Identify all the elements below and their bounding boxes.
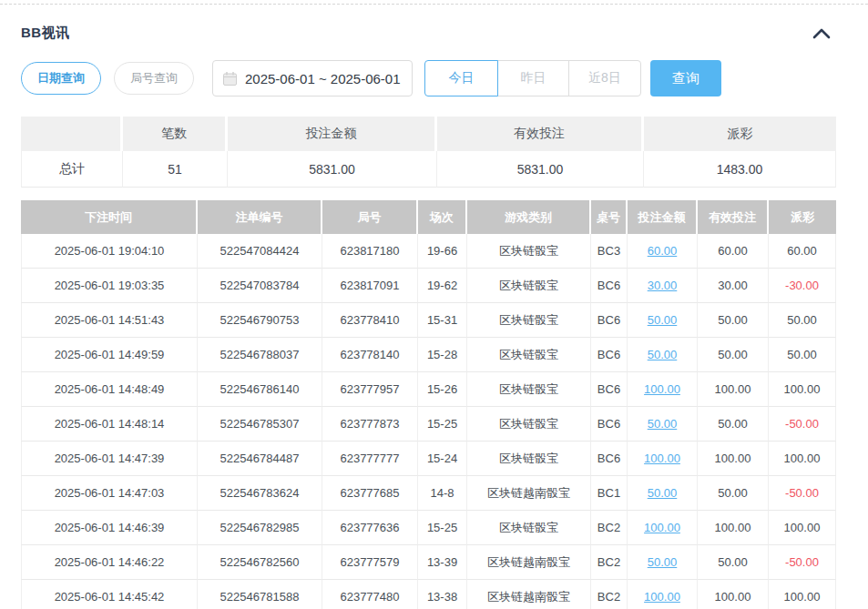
cell-valid-bet: 50.00: [698, 407, 769, 442]
yesterday-button[interactable]: 昨日: [497, 60, 569, 96]
cell-game-type: 区块链骰宝: [467, 269, 591, 303]
cell-bet-amount: 50.00: [628, 407, 698, 442]
bet-table-header-row: 下注时间 注单编号 局号 场次 游戏类别 桌号 投注金额 有效投注 派彩: [21, 200, 836, 234]
cell-table-no: BC6: [591, 303, 628, 338]
bet-amount-link[interactable]: 100.00: [644, 382, 680, 396]
cell-game-type: 区块链骰宝: [467, 407, 591, 442]
cell-session: 15-26: [418, 372, 467, 407]
cell-session: 19-62: [418, 269, 467, 303]
cell-payout: 100.00: [769, 372, 836, 407]
col-header-round-no: 局号: [322, 200, 418, 234]
bet-amount-link[interactable]: 60.00: [648, 244, 678, 258]
table-row: 2025-06-01 14:49:59 522546788037 6237781…: [21, 338, 836, 372]
cell-session: 15-25: [418, 511, 467, 545]
cell-round-no: 623777777: [322, 442, 418, 476]
bet-amount-link[interactable]: 50.00: [648, 417, 678, 431]
cell-valid-bet: 50.00: [698, 303, 769, 338]
summary-table: 笔数 投注金额 有效投注 派彩 总计 51 5831.00 5831.00 14…: [21, 117, 836, 188]
cell-valid-bet: 50.00: [698, 545, 769, 580]
cell-valid-bet: 100.00: [698, 580, 769, 609]
cell-valid-bet: 50.00: [698, 338, 769, 372]
bet-amount-link[interactable]: 100.00: [644, 590, 680, 604]
cell-round-no: 623817180: [322, 234, 418, 269]
collapse-chevron-up-icon[interactable]: [812, 26, 832, 41]
round-query-tab[interactable]: 局号查询: [114, 62, 194, 95]
cell-table-no: BC2: [591, 545, 628, 580]
cell-order-no: 522546785307: [198, 407, 322, 442]
cell-bet-amount: 60.00: [628, 234, 698, 269]
summary-total-bet-amount: 5831.00: [228, 151, 437, 188]
col-header-session: 场次: [418, 200, 467, 234]
summary-total-payout: 1483.00: [644, 151, 836, 188]
cell-order-no: 522547084424: [198, 234, 322, 269]
table-row: 2025-06-01 14:47:03 522546783624 6237776…: [21, 476, 836, 511]
calendar-icon: [222, 71, 238, 86]
cell-round-no: 623777685: [322, 476, 418, 511]
cell-session: 13-39: [418, 545, 467, 580]
cell-session: 19-66: [418, 234, 467, 269]
cell-valid-bet: 100.00: [698, 372, 769, 407]
cell-session: 15-24: [418, 442, 467, 476]
summary-total-count: 51: [123, 151, 228, 188]
bet-amount-link[interactable]: 50.00: [648, 348, 678, 361]
cell-table-no: BC6: [591, 442, 628, 476]
cell-game-type: 区块链越南骰宝: [467, 476, 591, 511]
table-row: 2025-06-01 19:03:35 522547083784 6238170…: [21, 269, 836, 303]
summary-header-payout: 派彩: [644, 117, 836, 151]
cell-round-no: 623778140: [322, 338, 418, 372]
cell-bet-amount: 100.00: [628, 511, 698, 545]
col-header-bet-time: 下注时间: [21, 200, 198, 234]
cell-round-no: 623817091: [322, 269, 418, 303]
today-button[interactable]: 今日: [424, 60, 498, 96]
table-row: 2025-06-01 14:45:42 522546781588 6237774…: [21, 580, 836, 609]
table-row: 2025-06-01 14:48:14 522546785307 6237778…: [21, 407, 836, 442]
table-row: 2025-06-01 19:04:10 522547084424 6238171…: [21, 234, 836, 269]
cell-bet-time: 2025-06-01 14:45:42: [21, 580, 198, 609]
col-header-valid-bet: 有效投注: [698, 200, 769, 234]
bet-amount-link[interactable]: 50.00: [648, 555, 678, 569]
bet-amount-link[interactable]: 100.00: [644, 521, 680, 534]
cell-payout: -50.00: [769, 407, 836, 442]
cell-game-type: 区块链骰宝: [467, 338, 591, 372]
bet-table-body: 2025-06-01 19:04:10 522547084424 6238171…: [21, 234, 836, 609]
date-query-tab[interactable]: 日期查询: [21, 62, 101, 95]
cell-round-no: 623777957: [322, 372, 418, 407]
last-8-days-button[interactable]: 近8日: [568, 60, 641, 96]
summary-header-count: 笔数: [123, 117, 228, 151]
cell-game-type: 区块链骰宝: [467, 442, 591, 476]
cell-bet-time: 2025-06-01 19:04:10: [21, 234, 198, 269]
table-row: 2025-06-01 14:46:39 522546782985 6237776…: [21, 511, 836, 545]
cell-order-no: 522546788037: [198, 338, 322, 372]
bet-amount-link[interactable]: 30.00: [648, 279, 678, 292]
cell-order-no: 522546786140: [198, 372, 322, 407]
col-header-bet-amount: 投注金额: [628, 200, 698, 234]
cell-table-no: BC2: [591, 511, 628, 545]
summary-total-valid-bet: 5831.00: [437, 151, 644, 188]
cell-session: 15-31: [418, 303, 467, 338]
cell-round-no: 623777873: [322, 407, 418, 442]
cell-bet-amount: 50.00: [628, 545, 698, 580]
bet-amount-link[interactable]: 50.00: [648, 313, 678, 327]
cell-bet-amount: 30.00: [628, 269, 698, 303]
cell-payout: 60.00: [769, 234, 836, 269]
table-row: 2025-06-01 14:51:43 522546790753 6237784…: [21, 303, 836, 338]
table-row: 2025-06-01 14:47:39 522546784487 6237777…: [21, 442, 836, 476]
panel-header: BB视讯: [21, 25, 832, 42]
cell-payout: 100.00: [769, 580, 836, 609]
cell-payout: -50.00: [769, 476, 836, 511]
summary-total-row: 总计 51 5831.00 5831.00 1483.00: [21, 151, 836, 188]
top-divider: [0, 4, 868, 5]
cell-table-no: BC2: [591, 580, 628, 609]
cell-game-type: 区块链越南骰宝: [467, 580, 591, 609]
cell-payout: 100.00: [769, 442, 836, 476]
bet-records-table: 下注时间 注单编号 局号 场次 游戏类别 桌号 投注金额 有效投注 派彩 202…: [21, 200, 836, 609]
cell-table-no: BC6: [591, 407, 628, 442]
cell-bet-amount: 100.00: [628, 580, 698, 609]
cell-order-no: 522546784487: [198, 442, 322, 476]
cell-bet-amount: 50.00: [628, 476, 698, 511]
bet-amount-link[interactable]: 50.00: [648, 486, 678, 500]
cell-bet-time: 2025-06-01 14:51:43: [21, 303, 198, 338]
bet-amount-link[interactable]: 100.00: [644, 452, 680, 465]
date-range-input[interactable]: 2025-06-01 ~ 2025-06-01: [212, 60, 413, 96]
query-button[interactable]: 查询: [650, 60, 721, 96]
